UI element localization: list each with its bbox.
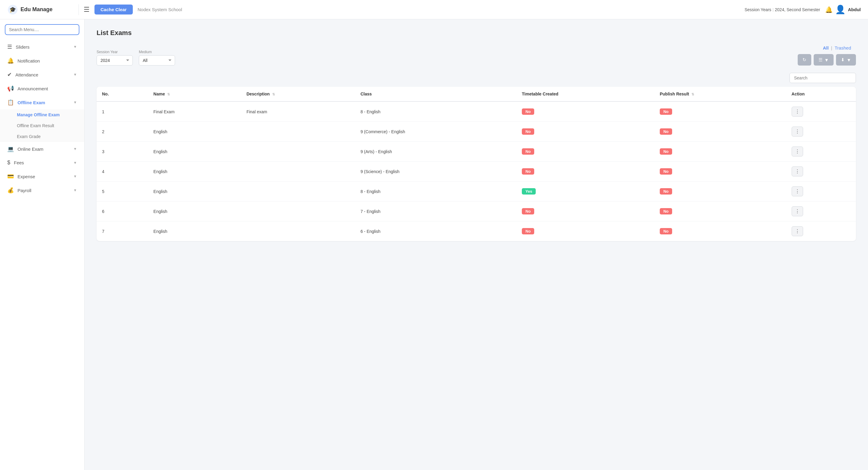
sidebar-item-sliders[interactable]: ☰ Sliders ▼ xyxy=(0,40,84,54)
action-menu-button[interactable]: ⋮ xyxy=(792,126,803,137)
cell-publish: No xyxy=(654,202,786,222)
cell-class: 9 (Science) - English xyxy=(355,161,517,181)
cell-no: 6 xyxy=(97,202,148,222)
cell-description xyxy=(241,161,355,181)
timetable-badge: No xyxy=(522,208,534,214)
cell-name: English xyxy=(148,161,241,181)
publish-badge: No xyxy=(660,148,672,155)
cell-timetable: No xyxy=(517,202,654,222)
cell-class: 8 - English xyxy=(355,101,517,122)
sidebar-item-manage-offline-exam[interactable]: Manage Offline Exam xyxy=(0,109,84,120)
chevron-down-icon: ▼ xyxy=(73,72,77,77)
refresh-icon: ↻ xyxy=(803,57,806,62)
cell-action: ⋮ xyxy=(786,222,856,241)
publish-sort-icon[interactable]: ⇅ xyxy=(691,92,694,96)
svg-text:🎓: 🎓 xyxy=(9,6,16,13)
hamburger-icon[interactable]: ☰ xyxy=(84,6,90,13)
all-link[interactable]: All xyxy=(823,45,829,51)
notification-icon: 🔔 xyxy=(7,57,14,64)
toolbar-buttons: ↻ ☰ ▼ ⬇ ▼ xyxy=(798,54,856,65)
cell-description xyxy=(241,142,355,161)
sidebar-item-exam-grade[interactable]: Exam Grade xyxy=(0,131,84,142)
cell-description xyxy=(241,202,355,222)
cell-no: 2 xyxy=(97,122,148,142)
publish-badge: No xyxy=(660,168,672,175)
desc-sort-icon[interactable]: ⇅ xyxy=(272,92,275,96)
offline-exam-icon: 📋 xyxy=(7,99,14,106)
download-chevron-icon: ▼ xyxy=(846,57,851,62)
filter-links: All | Trashed xyxy=(823,45,851,51)
session-year-label: Session Year xyxy=(97,50,133,54)
publish-badge: No xyxy=(660,208,672,214)
cell-no: 3 xyxy=(97,142,148,161)
publish-badge: No xyxy=(660,188,672,195)
chevron-down-icon: ▼ xyxy=(73,100,77,105)
download-button[interactable]: ⬇ ▼ xyxy=(836,54,856,65)
refresh-button[interactable]: ↻ xyxy=(798,54,811,65)
sidebar-label-announcement: Announcement xyxy=(18,86,48,91)
cell-class: 6 - English xyxy=(355,222,517,241)
cell-class: 9 (Commerce) - English xyxy=(355,122,517,142)
cell-action: ⋮ xyxy=(786,122,856,142)
action-menu-button[interactable]: ⋮ xyxy=(792,206,803,216)
action-menu-button[interactable]: ⋮ xyxy=(792,167,803,176)
sidebar-label-offline-exam: Offline Exam xyxy=(18,100,45,105)
cell-name: English xyxy=(148,122,241,142)
sidebar-label-sliders: Sliders xyxy=(16,45,30,50)
table-row: 7 English 6 - English No No ⋮ xyxy=(97,222,856,241)
chevron-down-icon: ▼ xyxy=(73,45,77,49)
cell-no: 5 xyxy=(97,181,148,202)
action-menu-button[interactable]: ⋮ xyxy=(792,107,803,117)
cell-name: English xyxy=(148,142,241,161)
cell-description xyxy=(241,122,355,142)
sidebar-item-expense[interactable]: 💳 Expense ▼ xyxy=(0,170,84,183)
topbar-divider xyxy=(79,4,79,15)
filter-toolbar-row: Session Year 2024 2023 2022 Medium All E… xyxy=(97,45,856,65)
sidebar-item-offline-exam[interactable]: 📋 Offline Exam ▼ xyxy=(0,95,84,109)
sidebar-item-fees[interactable]: $ Fees ▼ xyxy=(0,156,84,170)
cell-publish: No xyxy=(654,122,786,142)
cache-clear-button[interactable]: Cache Clear xyxy=(94,4,133,14)
sliders-icon: ☰ xyxy=(7,43,12,50)
cell-action: ⋮ xyxy=(786,142,856,161)
search-menu-input[interactable] xyxy=(5,24,80,35)
trashed-link[interactable]: Trashed xyxy=(835,45,851,51)
table-row: 2 English 9 (Commerce) - English No No ⋮ xyxy=(97,122,856,142)
sidebar-item-offline-exam-result[interactable]: Offline Exam Result xyxy=(0,120,84,131)
sidebar-item-payroll[interactable]: 💰 Payroll ▼ xyxy=(0,183,84,197)
cell-class: 7 - English xyxy=(355,202,517,222)
page-title: List Exams xyxy=(97,29,856,37)
sidebar-label-expense: Expense xyxy=(18,174,35,179)
sidebar-item-online-exam[interactable]: 💻 Online Exam ▼ xyxy=(0,142,84,156)
bell-icon[interactable]: 🔔 xyxy=(825,6,833,13)
timetable-badge: No xyxy=(522,228,534,234)
cell-timetable: No xyxy=(517,222,654,241)
action-menu-button[interactable]: ⋮ xyxy=(792,226,803,236)
session-year-select[interactable]: 2024 2023 2022 xyxy=(97,55,133,65)
sidebar-label-notification: Notification xyxy=(18,58,40,63)
logo-icon: 🎓 xyxy=(7,4,18,15)
timetable-badge: No xyxy=(522,109,534,115)
cell-description: Final exam xyxy=(241,101,355,122)
chevron-down-icon: ▼ xyxy=(73,161,77,165)
sidebar-item-notification[interactable]: 🔔 Notification xyxy=(0,54,84,68)
table-row: 4 English 9 (Science) - English No No ⋮ xyxy=(97,161,856,181)
offline-exam-submenu: Manage Offline Exam Offline Exam Result … xyxy=(0,109,84,142)
publish-badge: No xyxy=(660,128,672,135)
list-icon: ☰ xyxy=(818,57,823,62)
session-year-filter: Session Year 2024 2023 2022 xyxy=(97,50,133,65)
cell-timetable: Yes xyxy=(517,181,654,202)
sidebar-item-announcement[interactable]: 📢 Announcement xyxy=(0,82,84,95)
action-menu-button[interactable]: ⋮ xyxy=(792,147,803,156)
list-view-button[interactable]: ☰ ▼ xyxy=(814,54,834,65)
table-search-input[interactable] xyxy=(789,73,856,83)
publish-badge: No xyxy=(660,228,672,234)
col-no: No. xyxy=(97,87,148,101)
medium-select[interactable]: All English Hindi xyxy=(139,55,175,65)
name-sort-icon[interactable]: ⇅ xyxy=(167,92,170,96)
sidebar-item-attendance[interactable]: ✔ Attendance ▼ xyxy=(0,68,84,82)
cell-name: Final Exam xyxy=(148,101,241,122)
layout: ☰ Sliders ▼ 🔔 Notification ✔ Attendance … xyxy=(0,19,868,470)
col-action: Action xyxy=(786,87,856,101)
action-menu-button[interactable]: ⋮ xyxy=(792,186,803,196)
